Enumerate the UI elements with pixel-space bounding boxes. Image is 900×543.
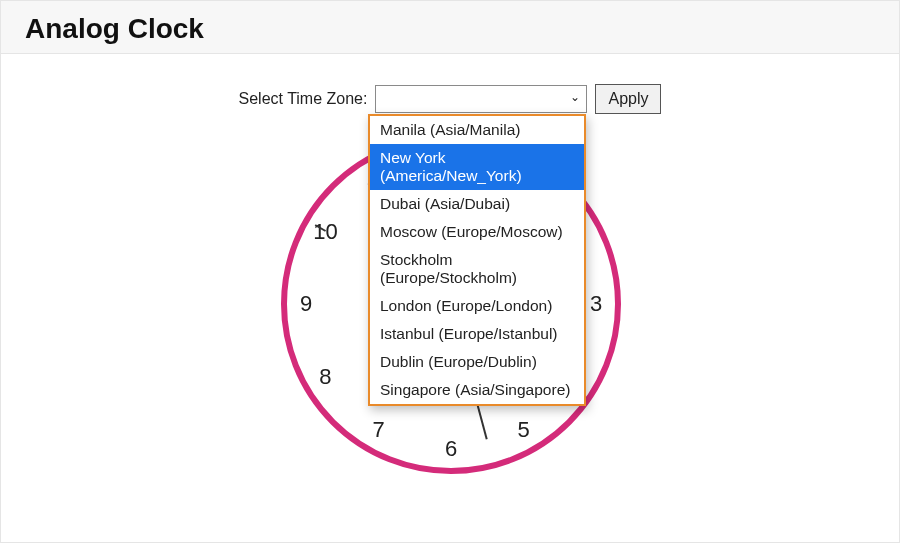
page-title: Analog Clock: [25, 13, 875, 45]
timezone-dropdown-list[interactable]: Manila (Asia/Manila)New York (America/Ne…: [368, 114, 586, 406]
timezone-row: Select Time Zone: ⌄ Apply: [1, 84, 899, 114]
timezone-option[interactable]: Manila (Asia/Manila): [370, 116, 584, 144]
apply-button[interactable]: Apply: [595, 84, 661, 114]
timezone-select[interactable]: ⌄: [375, 85, 587, 113]
clock-numeral: 8: [310, 364, 340, 390]
timezone-label: Select Time Zone:: [239, 90, 368, 108]
chevron-down-icon: ⌄: [570, 90, 580, 104]
timezone-option[interactable]: Dubai (Asia/Dubai): [370, 190, 584, 218]
timezone-option[interactable]: Istanbul (Europe/Istanbul): [370, 320, 584, 348]
timezone-option[interactable]: Moscow (Europe/Moscow): [370, 218, 584, 246]
timezone-option[interactable]: New York (America/New_York): [370, 144, 584, 190]
app-frame: Analog Clock Select Time Zone: ⌄ Apply M…: [0, 0, 900, 543]
page-header: Analog Clock: [1, 1, 899, 54]
clock-numeral: 5: [509, 417, 539, 443]
content-area: Select Time Zone: ⌄ Apply Manila (Asia/M…: [1, 54, 899, 537]
timezone-option[interactable]: London (Europe/London): [370, 292, 584, 320]
timezone-option[interactable]: Stockholm (Europe/Stockholm): [370, 246, 584, 292]
clock-numeral: 10: [310, 219, 340, 245]
clock-numeral: 9: [291, 291, 321, 317]
clock-numeral: 7: [364, 417, 394, 443]
timezone-option[interactable]: Singapore (Asia/Singapore): [370, 376, 584, 404]
clock-numeral: 6: [436, 436, 466, 462]
timezone-option[interactable]: Dublin (Europe/Dublin): [370, 348, 584, 376]
